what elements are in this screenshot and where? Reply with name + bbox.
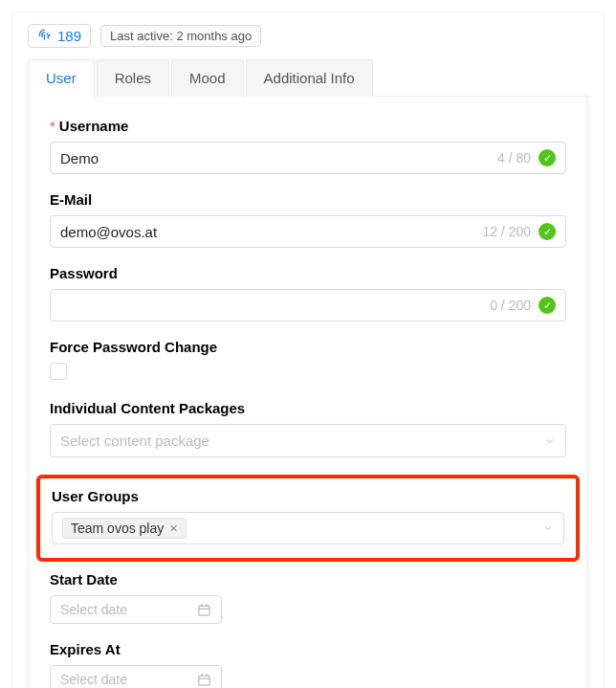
input-wrap-username: 4 / 80 ✓ (50, 142, 566, 174)
check-icon: ✓ (539, 149, 556, 166)
force-password-checkbox[interactable] (50, 363, 67, 380)
fingerprint-icon (37, 29, 52, 43)
input-wrap-password: 0 / 200 ✓ (50, 289, 566, 322)
svg-rect-4 (199, 676, 209, 685)
id-value: 189 (57, 28, 81, 44)
label-user-groups: User Groups (52, 488, 564, 504)
email-counter: 12 / 200 (482, 224, 531, 239)
check-icon: ✓ (539, 223, 556, 240)
start-date-placeholder: Select date (60, 602, 127, 617)
chevron-down-icon (542, 522, 554, 534)
label-username: *Username (50, 118, 566, 134)
field-force-password: Force Password Change (50, 339, 566, 383)
field-content-packages: Individual Content Packages Select conte… (50, 400, 566, 457)
username-counter: 4 / 80 (497, 150, 531, 166)
field-start-date: Start Date Select date (50, 571, 566, 624)
label-content-packages: Individual Content Packages (50, 400, 566, 416)
username-input[interactable] (60, 150, 497, 166)
close-icon[interactable]: ✕ (169, 522, 178, 535)
calendar-icon (197, 673, 211, 687)
content-packages-select[interactable]: Select content package (50, 424, 566, 457)
user-card: 189 Last active: 2 months ago User Roles… (11, 11, 605, 688)
label-force-password: Force Password Change (50, 339, 566, 355)
email-input[interactable] (60, 224, 482, 240)
calendar-icon (197, 603, 211, 617)
input-wrap-email: 12 / 200 ✓ (50, 215, 566, 248)
user-group-tag: Team ovos play ✕ (62, 518, 187, 539)
tab-roles[interactable]: Roles (97, 59, 169, 97)
id-badge[interactable]: 189 (28, 24, 91, 48)
field-username: *Username 4 / 80 ✓ (50, 118, 566, 174)
start-date-picker[interactable]: Select date (50, 595, 222, 624)
expires-at-placeholder: Select date (60, 672, 127, 687)
field-password: Password 0 / 200 ✓ (50, 265, 566, 322)
check-icon: ✓ (539, 297, 556, 314)
chevron-down-icon (544, 435, 556, 447)
label-password: Password (50, 265, 566, 281)
user-groups-highlight: User Groups Team ovos play ✕ (36, 475, 580, 562)
tab-user[interactable]: User (28, 59, 95, 97)
password-counter: 0 / 200 (490, 298, 531, 313)
last-active-badge: Last active: 2 months ago (100, 25, 261, 47)
user-group-tag-label: Team ovos play (71, 521, 164, 536)
tab-panel-user: *Username 4 / 80 ✓ E-Mail 12 / 200 ✓ Pas… (28, 96, 588, 688)
required-star: * (50, 118, 55, 134)
content-packages-placeholder: Select content package (60, 433, 544, 449)
password-input[interactable] (60, 298, 490, 314)
tab-mood[interactable]: Mood (171, 59, 244, 97)
expires-at-picker[interactable]: Select date (50, 665, 222, 688)
tab-additional[interactable]: Additional Info (246, 59, 373, 97)
label-start-date: Start Date (50, 571, 566, 588)
label-expires-at: Expires At (50, 641, 566, 657)
field-expires-at: Expires At Select date (50, 641, 566, 688)
field-email: E-Mail 12 / 200 ✓ (50, 191, 566, 248)
svg-rect-0 (199, 606, 209, 615)
card-header: 189 Last active: 2 months ago (28, 24, 588, 48)
label-email: E-Mail (50, 191, 566, 208)
user-groups-select[interactable]: Team ovos play ✕ (52, 512, 564, 544)
tabs: User Roles Mood Additional Info (28, 59, 588, 97)
user-groups-tags: Team ovos play ✕ (62, 518, 542, 539)
